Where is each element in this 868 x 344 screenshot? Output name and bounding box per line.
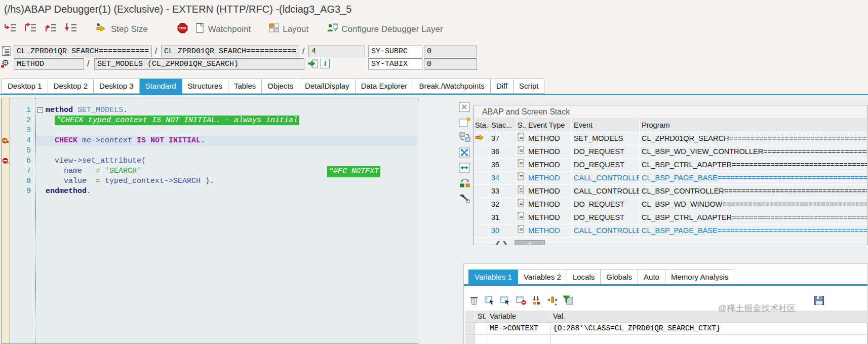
step-size-button[interactable]: Step Size xyxy=(92,21,151,38)
stack-no-cell: 32 xyxy=(489,198,517,211)
sy-subrc-value-field[interactable]: 0 xyxy=(424,46,477,57)
code-text[interactable]: "CHECK typed_context IS NOT INITIAL. - a… xyxy=(36,116,417,126)
step-into-button[interactable] xyxy=(0,21,20,38)
save-layout-icon[interactable] xyxy=(814,295,824,308)
desktop-tab-desktop-2[interactable]: Desktop 2 xyxy=(48,79,94,94)
stack-row[interactable]: 37METHODSET_MODELSCL_ZPRD01QR_SEARCH====… xyxy=(474,132,867,145)
stack-col-program[interactable]: Program xyxy=(640,119,867,132)
code-text[interactable]: CHECK me->context IS NOT INITIAL. xyxy=(36,136,417,146)
desktop-tab-tables[interactable]: Tables xyxy=(228,79,262,94)
compare-variables-icon[interactable] xyxy=(531,295,542,308)
stack-row[interactable]: 34METHODCALL_CONTROLLERCL_BSP_PAGE_BASE=… xyxy=(474,171,867,184)
layout-button[interactable]: Layout xyxy=(265,21,312,38)
configure-debugger-button[interactable]: Configure Debugger Layer xyxy=(323,21,446,38)
info-icon[interactable]: i xyxy=(321,59,330,68)
scroll-left-icon[interactable]: ❮ xyxy=(494,238,501,245)
sy-tabix-label-field[interactable]: SY-TABIX xyxy=(368,58,422,70)
delete-variable-icon[interactable] xyxy=(468,295,480,308)
variable-value-cell[interactable] xyxy=(550,335,867,344)
variables-tab-globals[interactable]: Globals xyxy=(601,270,638,285)
stack-row[interactable]: 31METHODDO_REQUESTCL_BSP_CTRL_ADAPTER===… xyxy=(474,211,867,224)
distribute-columns-icon[interactable] xyxy=(547,295,558,308)
desktop-tab-desktop-1[interactable]: Desktop 1 xyxy=(2,79,48,94)
variables-col-value[interactable]: Val. xyxy=(550,311,867,322)
variable-select-cell[interactable] xyxy=(465,335,475,344)
scroll-right-icon[interactable]: ❯ xyxy=(501,238,508,245)
variables-active-tab-notch xyxy=(484,286,490,289)
desktop-tab-diff[interactable]: Diff xyxy=(491,79,514,94)
code-text[interactable]: value = typed_context->SEARCH ). xyxy=(36,176,417,186)
stack-col-stackno[interactable]: Stac... xyxy=(489,119,517,132)
desktop-tab-standard[interactable]: Standard xyxy=(140,79,182,94)
desktop-tab-break-watchpoints[interactable]: Break./Watchpoints xyxy=(413,79,491,94)
event-kind-field[interactable]: METHOD xyxy=(14,58,84,70)
include-field[interactable]: CL_ZPRD01QR_SEARCH===========_ xyxy=(161,46,299,57)
variable-value-cell[interactable]: {O:288*\CLASS=CL_ZPRD01QR_SEARCH_CTXT} xyxy=(550,323,867,334)
desktop-tab-desktop-3[interactable]: Desktop 3 xyxy=(94,79,140,94)
remove-variable-icon[interactable] xyxy=(516,295,527,308)
maximize-tool-icon[interactable] xyxy=(458,147,471,158)
variable-row[interactable] xyxy=(465,335,867,344)
variable-select-cell[interactable] xyxy=(465,323,475,334)
new-tool-icon[interactable] xyxy=(458,117,471,128)
full-width-tool-icon[interactable] xyxy=(458,162,471,173)
swap-tools-icon[interactable] xyxy=(458,132,471,143)
variables-col-variable[interactable]: Variable xyxy=(487,311,550,322)
desktop-tab-data-explorer[interactable]: Data Explorer xyxy=(356,79,414,94)
code-text[interactable]: −method SET_MODELS. xyxy=(36,105,417,116)
line-number-field[interactable]: 4 xyxy=(308,46,365,57)
code-token: "CHECK typed_context IS NOT INITIAL. - a… xyxy=(55,116,299,125)
code-token xyxy=(73,106,77,114)
goto-statement-icon[interactable] xyxy=(308,58,319,71)
code-editor[interactable]: 1−method SET_MODELS.2 "CHECK typed_conte… xyxy=(1,98,418,344)
variable-row[interactable]: ME->CONTEXT{O:288*\CLASS=CL_ZPRD01QR_SEA… xyxy=(465,323,867,335)
stack-col-event[interactable]: Event xyxy=(572,119,640,132)
code-text[interactable]: name = 'SEARCH'"#EC NOTEXT xyxy=(36,166,417,176)
variables-col-status[interactable]: St... xyxy=(475,311,487,322)
main-program-field[interactable]: CL_ZPRD01QR_SEARCH===========_ xyxy=(14,46,152,57)
fold-collapse-icon[interactable]: − xyxy=(37,107,43,113)
sy-subrc-label-field[interactable]: SY-SUBRC xyxy=(368,46,422,57)
desktop-tab-detaildisplay[interactable]: DetailDisplay xyxy=(299,79,356,94)
select-table-row-icon[interactable] xyxy=(500,295,511,308)
event-name-field[interactable]: SET_MODELS (CL_ZPRD01QR_SEARCH) xyxy=(94,58,304,70)
scrollbar-thumb[interactable]: ||| xyxy=(515,240,545,246)
watchpoint-button[interactable]: Watchpoint xyxy=(191,21,254,38)
filter-variables-icon[interactable] xyxy=(563,295,574,308)
variables-tab-locals[interactable]: Locals xyxy=(567,270,601,285)
tool-selection-strip xyxy=(455,101,475,204)
source-doc-icon xyxy=(517,211,526,224)
stack-row[interactable]: 36METHODDO_REQUESTCL_BSP_WD_VIEW_CONTROL… xyxy=(474,145,867,158)
desktop-tab-script[interactable]: Script xyxy=(514,79,544,94)
stack-hscrollbar[interactable]: ❮ ❯ ||| xyxy=(474,237,867,245)
stack-row[interactable]: 33METHODCALL_CONTROLLERCL_BSP_CONTROLLER… xyxy=(474,184,867,198)
stack-col-eventtype[interactable]: Event Type xyxy=(526,119,572,132)
code-token: value xyxy=(64,177,87,185)
stack-row[interactable]: 30METHODCALL_CONTROLLERCL_BSP_PAGE_BASE=… xyxy=(474,224,867,237)
desktop-tab-objects[interactable]: Objects xyxy=(262,79,299,94)
close-tool-icon[interactable] xyxy=(458,101,471,112)
variable-name-cell[interactable]: ME->CONTEXT xyxy=(487,323,550,334)
stack-header-row: Sta... Stac... S.. Event Type Event Prog… xyxy=(474,119,867,132)
variables-tab-auto[interactable]: Auto xyxy=(638,270,665,285)
continue-button[interactable] xyxy=(61,21,81,38)
code-text[interactable]: endmethod. xyxy=(36,186,417,197)
sy-tabix-value-field[interactable]: 0 xyxy=(424,58,477,70)
stack-row[interactable]: 35METHODDO_REQUESTCL_BSP_CTRL_ADAPTER===… xyxy=(474,158,867,171)
desktop-tab-structures[interactable]: Structures xyxy=(182,79,228,94)
stack-col-source[interactable]: S.. xyxy=(517,119,526,132)
step-return-button[interactable] xyxy=(41,21,61,38)
swap-sessions-icon[interactable] xyxy=(458,177,471,188)
variables-tab-variables-1[interactable]: Variables 1 xyxy=(468,270,518,285)
stack-col-statetype[interactable]: Sta... xyxy=(474,119,489,132)
step-over-button[interactable] xyxy=(20,21,41,38)
stack-row[interactable]: 32METHODDO_REQUESTCL_BSP_WD_WINDOW======… xyxy=(474,198,867,211)
services-tool-icon[interactable] xyxy=(458,193,471,204)
code-text[interactable]: view->set_attribute( xyxy=(36,156,417,166)
variables-tab-memory-analysis[interactable]: Memory Analysis xyxy=(665,270,734,285)
variable-name-cell[interactable] xyxy=(487,335,550,344)
stop-button[interactable]: STOP xyxy=(174,21,191,38)
select-table-column-icon[interactable] xyxy=(484,295,495,308)
variables-tab-variables-2[interactable]: Variables 2 xyxy=(518,270,567,285)
variables-table: St... Variable Val. ME->CONTEXT{O:288*\C… xyxy=(465,311,867,344)
